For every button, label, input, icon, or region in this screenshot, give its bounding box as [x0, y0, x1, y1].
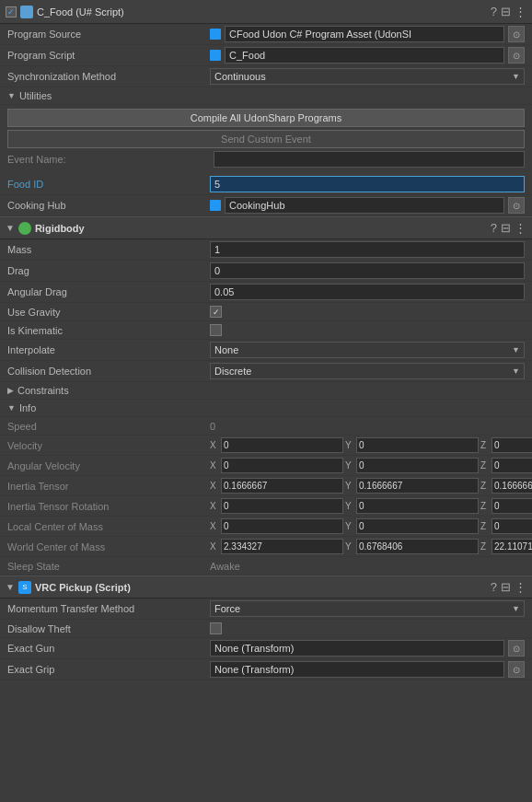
angular-velocity-label: Angular Velocity [7, 460, 210, 471]
exact-grip-input[interactable] [210, 661, 504, 678]
velocity-z-item: Z [480, 437, 532, 453]
world-com-x-input[interactable] [221, 539, 343, 554]
local-com-z-input[interactable] [492, 518, 532, 534]
exact-grip-field: ⊙ [210, 661, 525, 678]
rigidbody-help-icon[interactable]: ? [491, 221, 497, 235]
local-com-xyz: X Y Z [210, 518, 532, 534]
vrc-pickup-triangle[interactable]: ▼ [6, 582, 15, 592]
world-com-xyz: X Y Z [210, 539, 532, 554]
is-kinematic-label: Is Kinematic [7, 325, 210, 336]
layout-icon[interactable]: ⊟ [501, 5, 511, 18]
interpolate-value: None [214, 344, 238, 355]
exact-grip-select-btn[interactable]: ⊙ [508, 661, 525, 678]
local-com-y-input[interactable] [356, 518, 479, 534]
exact-gun-label: Exact Gun [7, 643, 210, 654]
sync-method-dropdown[interactable]: Continuous ▼ [210, 68, 525, 85]
component-enabled-checkbox[interactable] [6, 6, 17, 17]
velocity-z-input[interactable] [492, 437, 532, 453]
exact-gun-select-btn[interactable]: ⊙ [508, 640, 525, 657]
velocity-y-item: Y [345, 437, 479, 453]
program-script-select-btn[interactable]: ⊙ [508, 47, 525, 64]
world-com-z-item: Z [480, 539, 532, 554]
inertia-y-input[interactable] [356, 478, 479, 494]
speed-value: 0 [210, 421, 215, 432]
velocity-x-input[interactable] [221, 437, 343, 453]
inertia-z-input[interactable] [492, 478, 532, 494]
title-bar: C_Food (U# Script) ? ⊟ ⋮ [0, 0, 532, 24]
constraints-triangle[interactable]: ▶ [7, 386, 14, 395]
mass-input[interactable] [210, 241, 525, 258]
exact-gun-input[interactable] [210, 640, 504, 657]
angular-velocity-xyz: X Y Z [210, 458, 532, 473]
send-event-button[interactable]: Send Custom Event [7, 130, 525, 148]
momentum-transfer-label: Momentum Transfer Method [7, 603, 210, 614]
food-id-input[interactable] [210, 176, 525, 192]
vrc-pickup-help-icon[interactable]: ? [491, 580, 497, 594]
disallow-theft-checkbox[interactable] [210, 622, 222, 634]
inertia-y-label: Y [345, 481, 354, 491]
velocity-y-input[interactable] [356, 437, 479, 453]
inertia-x-item: X [210, 478, 343, 494]
food-id-row: Food ID [0, 174, 532, 195]
inertia-rot-z-input[interactable] [492, 498, 532, 514]
inertia-rot-z-label: Z [480, 501, 490, 511]
cooking-hub-select-btn[interactable]: ⊙ [508, 197, 525, 214]
interpolate-arrow: ▼ [512, 345, 520, 355]
rigidbody-menu-icon[interactable]: ⋮ [515, 221, 526, 235]
rigidbody-title: Rigidbody [35, 223, 487, 234]
ang-vel-y-item: Y [345, 458, 479, 473]
momentum-transfer-dropdown[interactable]: Force ▼ [210, 600, 525, 617]
vrc-pickup-layout-icon[interactable]: ⊟ [501, 580, 511, 594]
collision-detection-dropdown[interactable]: Discrete ▼ [210, 363, 525, 379]
world-com-z-input[interactable] [492, 539, 532, 554]
inertia-rot-y-label: Y [345, 501, 354, 511]
interpolate-label: Interpolate [7, 344, 210, 355]
inertia-rot-y-input[interactable] [356, 498, 479, 514]
angular-drag-label: Angular Drag [7, 286, 210, 297]
program-source-input[interactable] [225, 26, 504, 42]
info-triangle[interactable]: ▼ [7, 403, 16, 413]
local-com-x-input[interactable] [221, 518, 343, 534]
angular-drag-input[interactable] [210, 284, 525, 300]
interpolate-dropdown[interactable]: None ▼ [210, 342, 525, 358]
momentum-transfer-row: Momentum Transfer Method Force ▼ [0, 599, 532, 620]
drag-input[interactable] [210, 262, 525, 279]
inertia-z-item: Z [480, 478, 532, 494]
program-script-icon [210, 50, 221, 61]
ang-vel-y-input[interactable] [356, 458, 479, 473]
rigidbody-triangle[interactable]: ▼ [6, 223, 15, 233]
program-source-select-btn[interactable]: ⊙ [508, 26, 525, 42]
program-script-field: ⊙ [210, 47, 525, 64]
cooking-hub-input[interactable] [225, 197, 504, 214]
compile-button[interactable]: Compile All UdonSharp Programs [7, 109, 525, 127]
vrc-pickup-menu-icon[interactable]: ⋮ [515, 580, 526, 594]
ang-vel-z-input[interactable] [492, 458, 532, 473]
vrc-pickup-title: VRC Pickup (Script) [35, 582, 487, 593]
inertia-tensor-rotation-label: Inertia Tensor Rotation [7, 501, 210, 512]
cooking-hub-icon [210, 200, 221, 211]
sleep-state-value: Awake [210, 561, 240, 572]
program-script-input[interactable] [225, 47, 504, 64]
utilities-triangle[interactable]: ▼ [7, 91, 16, 100]
utilities-content: Compile All UdonSharp Programs Send Cust… [0, 105, 532, 174]
cooking-hub-label: Cooking Hub [7, 200, 210, 211]
program-source-row: Program Source ⊙ [0, 24, 532, 45]
exact-grip-label: Exact Grip [7, 664, 210, 675]
angular-drag-row: Angular Drag [0, 282, 532, 303]
rigidbody-layout-icon[interactable]: ⊟ [501, 221, 511, 235]
menu-icon[interactable]: ⋮ [515, 5, 526, 18]
use-gravity-checkbox[interactable] [210, 306, 222, 318]
world-com-y-input[interactable] [356, 539, 479, 554]
ang-vel-x-input[interactable] [221, 458, 343, 473]
event-name-input[interactable] [214, 151, 525, 168]
inertia-x-input[interactable] [221, 478, 343, 494]
local-com-y-item: Y [345, 518, 479, 534]
utilities-label: Utilities [19, 90, 52, 101]
is-kinematic-checkbox[interactable] [210, 324, 222, 336]
help-icon[interactable]: ? [491, 5, 497, 18]
inertia-rot-x-input[interactable] [221, 498, 343, 514]
inertia-z-label: Z [480, 481, 490, 491]
inertia-rot-x-item: X [210, 498, 343, 514]
ang-vel-z-item: Z [480, 458, 532, 473]
world-com-x-item: X [210, 539, 343, 554]
